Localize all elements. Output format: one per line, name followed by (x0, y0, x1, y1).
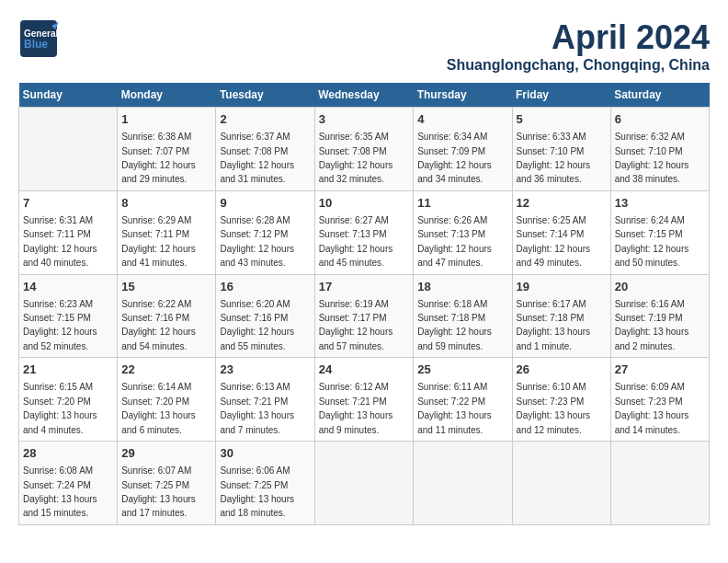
calendar-cell: 20 Sunrise: 6:16 AMSunset: 7:19 PMDaylig… (610, 274, 709, 358)
day-info: Sunrise: 6:25 AMSunset: 7:14 PMDaylight:… (517, 215, 591, 268)
day-info: Sunrise: 6:18 AMSunset: 7:18 PMDaylight:… (417, 299, 492, 351)
month-title: April 2024 (447, 18, 710, 57)
calendar-cell: 29 Sunrise: 6:07 AMSunset: 7:25 PMDaylig… (118, 442, 216, 525)
day-number: 18 (417, 279, 507, 295)
calendar-cell: 25 Sunrise: 6:11 AMSunset: 7:22 PMDaylig… (414, 358, 512, 442)
day-number: 14 (23, 279, 113, 295)
calendar-cell (610, 442, 709, 525)
calendar-week-row: 1 Sunrise: 6:38 AMSunset: 7:07 PMDayligh… (19, 108, 710, 191)
calendar-cell: 23 Sunrise: 6:13 AMSunset: 7:21 PMDaylig… (216, 358, 314, 442)
calendar-cell: 27 Sunrise: 6:09 AMSunset: 7:23 PMDaylig… (610, 358, 709, 442)
location-title: Shuanglongchang, Chongqing, China (447, 57, 710, 74)
day-number: 8 (121, 195, 211, 212)
logo-icon: General Blue (18, 18, 59, 59)
calendar-cell: 14 Sunrise: 6:23 AMSunset: 7:15 PMDaylig… (19, 274, 118, 358)
calendar-cell: 18 Sunrise: 6:18 AMSunset: 7:18 PMDaylig… (414, 274, 512, 358)
day-number: 24 (319, 362, 410, 378)
day-info: Sunrise: 6:37 AMSunset: 7:08 PMDaylight:… (220, 132, 294, 184)
day-number: 25 (417, 362, 507, 378)
day-info: Sunrise: 6:31 AMSunset: 7:11 PMDaylight:… (23, 215, 97, 268)
calendar-cell: 24 Sunrise: 6:12 AMSunset: 7:21 PMDaylig… (314, 358, 414, 442)
day-info: Sunrise: 6:24 AMSunset: 7:15 PMDaylight:… (615, 215, 689, 268)
day-info: Sunrise: 6:09 AMSunset: 7:23 PMDaylight:… (615, 382, 689, 434)
calendar-week-row: 21 Sunrise: 6:15 AMSunset: 7:20 PMDaylig… (19, 358, 710, 442)
day-info: Sunrise: 6:11 AMSunset: 7:22 PMDaylight:… (417, 382, 492, 434)
calendar-cell: 12 Sunrise: 6:25 AMSunset: 7:14 PMDaylig… (512, 190, 610, 274)
day-number: 10 (319, 195, 410, 212)
day-number: 29 (121, 445, 211, 462)
calendar-cell: 16 Sunrise: 6:20 AMSunset: 7:16 PMDaylig… (216, 274, 314, 358)
day-info: Sunrise: 6:06 AMSunset: 7:25 PMDaylight:… (220, 465, 294, 518)
calendar-cell: 11 Sunrise: 6:26 AMSunset: 7:13 PMDaylig… (414, 190, 512, 274)
header-monday: Monday (118, 83, 216, 108)
day-info: Sunrise: 6:38 AMSunset: 7:07 PMDaylight:… (121, 132, 196, 184)
day-number: 22 (121, 362, 211, 378)
calendar-cell: 28 Sunrise: 6:08 AMSunset: 7:24 PMDaylig… (19, 442, 118, 525)
day-number: 20 (615, 279, 705, 295)
page-header: General Blue April 2024 Shuanglongchang,… (18, 18, 710, 74)
calendar-cell: 8 Sunrise: 6:29 AMSunset: 7:11 PMDayligh… (118, 190, 216, 274)
day-info: Sunrise: 6:07 AMSunset: 7:25 PMDaylight:… (121, 465, 196, 518)
day-info: Sunrise: 6:14 AMSunset: 7:20 PMDaylight:… (121, 382, 196, 434)
day-number: 3 (319, 111, 410, 128)
day-number: 21 (23, 362, 113, 378)
day-number: 27 (615, 362, 705, 378)
header-saturday: Saturday (610, 83, 709, 108)
day-number: 23 (220, 362, 310, 378)
calendar-week-row: 28 Sunrise: 6:08 AMSunset: 7:24 PMDaylig… (19, 442, 710, 525)
day-info: Sunrise: 6:10 AMSunset: 7:23 PMDaylight:… (517, 382, 591, 434)
day-number: 15 (121, 279, 211, 295)
day-number: 13 (615, 195, 705, 212)
day-info: Sunrise: 6:15 AMSunset: 7:20 PMDaylight:… (23, 382, 97, 434)
title-block: April 2024 Shuanglongchang, Chongqing, C… (447, 18, 710, 74)
day-info: Sunrise: 6:28 AMSunset: 7:12 PMDaylight:… (220, 215, 294, 268)
day-info: Sunrise: 6:16 AMSunset: 7:19 PMDaylight:… (615, 299, 689, 351)
day-number: 16 (220, 279, 310, 295)
day-number: 1 (121, 111, 211, 128)
day-number: 5 (517, 111, 607, 128)
calendar-cell: 13 Sunrise: 6:24 AMSunset: 7:15 PMDaylig… (610, 190, 709, 274)
calendar-cell: 1 Sunrise: 6:38 AMSunset: 7:07 PMDayligh… (118, 108, 216, 191)
header-friday: Friday (512, 83, 610, 108)
day-info: Sunrise: 6:26 AMSunset: 7:13 PMDaylight:… (417, 215, 492, 268)
day-number: 4 (417, 111, 507, 128)
calendar-table: Sunday Monday Tuesday Wednesday Thursday… (18, 83, 710, 525)
header-wednesday: Wednesday (314, 83, 414, 108)
day-number: 30 (220, 445, 310, 462)
header-sunday: Sunday (19, 83, 118, 108)
header-tuesday: Tuesday (216, 83, 314, 108)
calendar-cell: 15 Sunrise: 6:22 AMSunset: 7:16 PMDaylig… (118, 274, 216, 358)
day-number: 7 (23, 195, 113, 212)
calendar-cell: 10 Sunrise: 6:27 AMSunset: 7:13 PMDaylig… (314, 190, 414, 274)
day-number: 9 (220, 195, 310, 212)
calendar-cell: 4 Sunrise: 6:34 AMSunset: 7:09 PMDayligh… (414, 108, 512, 191)
calendar-cell: 6 Sunrise: 6:32 AMSunset: 7:10 PMDayligh… (610, 108, 709, 191)
calendar-cell (512, 442, 610, 525)
calendar-cell: 5 Sunrise: 6:33 AMSunset: 7:10 PMDayligh… (512, 108, 610, 191)
day-number: 6 (615, 111, 705, 128)
calendar-header-row: Sunday Monday Tuesday Wednesday Thursday… (19, 83, 710, 108)
header-thursday: Thursday (414, 83, 512, 108)
calendar-cell: 3 Sunrise: 6:35 AMSunset: 7:08 PMDayligh… (314, 108, 414, 191)
day-info: Sunrise: 6:29 AMSunset: 7:11 PMDaylight:… (121, 215, 196, 268)
calendar-cell: 7 Sunrise: 6:31 AMSunset: 7:11 PMDayligh… (19, 190, 118, 274)
day-number: 28 (23, 445, 113, 462)
svg-text:Blue: Blue (24, 38, 48, 51)
calendar-cell: 21 Sunrise: 6:15 AMSunset: 7:20 PMDaylig… (19, 358, 118, 442)
day-number: 12 (517, 195, 607, 212)
day-info: Sunrise: 6:22 AMSunset: 7:16 PMDaylight:… (121, 299, 196, 351)
calendar-week-row: 7 Sunrise: 6:31 AMSunset: 7:11 PMDayligh… (19, 190, 710, 274)
calendar-cell (414, 442, 512, 525)
calendar-cell: 2 Sunrise: 6:37 AMSunset: 7:08 PMDayligh… (216, 108, 314, 191)
day-info: Sunrise: 6:17 AMSunset: 7:18 PMDaylight:… (517, 299, 591, 351)
calendar-cell (19, 108, 118, 191)
day-info: Sunrise: 6:08 AMSunset: 7:24 PMDaylight:… (23, 465, 97, 518)
calendar-cell: 19 Sunrise: 6:17 AMSunset: 7:18 PMDaylig… (512, 274, 610, 358)
day-info: Sunrise: 6:34 AMSunset: 7:09 PMDaylight:… (417, 132, 492, 184)
day-info: Sunrise: 6:23 AMSunset: 7:15 PMDaylight:… (23, 299, 97, 351)
calendar-week-row: 14 Sunrise: 6:23 AMSunset: 7:15 PMDaylig… (19, 274, 710, 358)
calendar-cell: 30 Sunrise: 6:06 AMSunset: 7:25 PMDaylig… (216, 442, 314, 525)
day-number: 26 (517, 362, 607, 378)
day-info: Sunrise: 6:12 AMSunset: 7:21 PMDaylight:… (319, 382, 393, 434)
calendar-cell: 9 Sunrise: 6:28 AMSunset: 7:12 PMDayligh… (216, 190, 314, 274)
